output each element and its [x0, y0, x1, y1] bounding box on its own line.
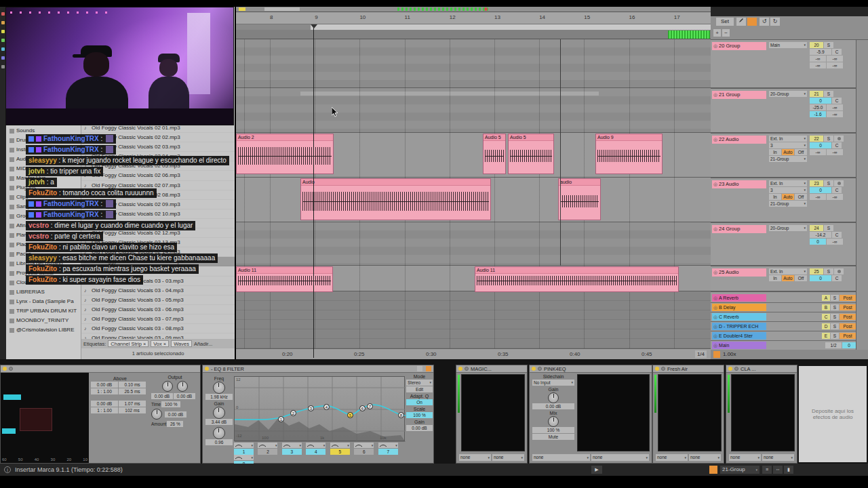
device-on-icon[interactable] [3, 367, 7, 371]
category-icon[interactable] [1, 30, 5, 33]
input-routing-select[interactable]: Ext. In▾ [769, 268, 807, 274]
return-track-row[interactable]: ◎E Doubler4 Ster E S Post [711, 331, 856, 341]
freq-value[interactable]: 1.98 kHz [205, 394, 233, 400]
bar-ruler[interactable]: 891011121314151617 [236, 12, 711, 24]
return-name[interactable]: ◎C Reverb [712, 313, 766, 321]
scale-value[interactable]: 100 % [406, 412, 433, 418]
return-name[interactable]: ◎D - TRIPPER ECH [712, 323, 766, 330]
pencil-icon[interactable] [736, 18, 746, 26]
eq-graph[interactable]: 1 2 3 4 5 6 7 8 12 0 -12 1 [234, 376, 405, 441]
monitor-auto-button[interactable]: Auto [782, 194, 794, 200]
plugin-window-icon[interactable] [661, 367, 665, 371]
category-icon[interactable] [1, 56, 5, 60]
chat-username[interactable]: FathounKingTRX [43, 146, 99, 153]
plugin-screen[interactable] [658, 374, 722, 451]
volume-value[interactable]: 0 [810, 98, 831, 104]
eq-band-node[interactable]: 7 [367, 403, 373, 409]
send-a-value[interactable]: -25.0 [810, 104, 826, 110]
volume-value[interactable]: -14.2 [810, 232, 831, 238]
track-name[interactable]: ◎23 Audio [712, 180, 766, 188]
unfold-icon[interactable]: ◎ [713, 42, 717, 50]
return-lanes[interactable] [236, 291, 711, 348]
solo-button[interactable]: S [831, 323, 839, 329]
arm-button[interactable] [834, 180, 844, 186]
eq-band-node[interactable]: 1 [278, 416, 284, 422]
back-to-arrangement-icon[interactable]: ↺ [760, 18, 769, 26]
cue-out-select[interactable]: 1/2 [825, 342, 842, 348]
sidebar-item[interactable]: TRIP URBAN DRUM KIT [6, 306, 81, 316]
return-activator[interactable]: C [822, 314, 830, 320]
sidechain-label[interactable]: Sidechain [532, 374, 574, 379]
playhead-marker[interactable] [311, 24, 317, 28]
mode-select[interactable]: Stereo▾ [406, 380, 433, 386]
chat-username[interactable]: FathounKingTRX [43, 211, 99, 218]
chat-username[interactable]: FokuZito [28, 189, 57, 197]
output-routing-select[interactable]: 20-Group▾ [769, 225, 807, 231]
sidebar-item[interactable]: LIBRERIAS [6, 287, 81, 297]
device-on-icon[interactable] [728, 367, 732, 371]
send-a-value[interactable]: -∞ [810, 194, 826, 200]
track-header-20-group[interactable]: ◎20 Group Main▾ 20S -5.9C -∞-∞ -∞-∞ [711, 40, 856, 89]
solo-button[interactable]: S [824, 180, 833, 186]
return-track-row[interactable]: ◎B Delay B S Post [711, 303, 856, 312]
post-toggle[interactable]: Post [840, 314, 856, 320]
track-activator[interactable]: 20 [810, 42, 823, 48]
mix-knob[interactable] [548, 416, 559, 427]
pan-value[interactable]: C [832, 49, 842, 55]
highlight-icon[interactable] [709, 466, 717, 474]
input-channel-select[interactable]: 3▾ [769, 142, 807, 148]
edit-button[interactable]: Edit [406, 386, 433, 392]
audio-clip[interactable]: Audio 9 [595, 134, 663, 174]
track-activator[interactable]: 24 [810, 225, 823, 231]
device-title-bar[interactable]: - EQ 8 FILTER [203, 365, 433, 373]
eq-band-node[interactable]: 2 [290, 410, 296, 416]
file-row[interactable]: ♪Old Foggy Classic Vocals 03 - 07.mp3 [81, 314, 235, 324]
return-track-row[interactable]: ◎C Reverb C S Post [711, 312, 856, 322]
quantize-icon[interactable] [713, 351, 720, 358]
monitor-off-button[interactable]: Off [795, 194, 807, 200]
tag-chip[interactable]: Channel Strip × [108, 340, 149, 347]
track-name[interactable]: ◎22 Audio [712, 136, 766, 144]
input-routing-select[interactable]: Ext. In▾ [769, 136, 807, 142]
audio-clip[interactable]: Audio 11 [236, 266, 333, 292]
post-toggle[interactable]: Post [840, 295, 856, 301]
audio-clip[interactable]: Audio [300, 178, 491, 220]
solo-button[interactable]: S [831, 295, 839, 301]
audio-clip[interactable]: Audio 5 [483, 134, 506, 174]
return-activator[interactable]: D [822, 323, 830, 329]
q-value[interactable]: 0.96 [205, 439, 233, 445]
solo-button[interactable]: S [831, 333, 839, 339]
file-row[interactable]: ♪Old Foggy Classic Vocals 03 - 06.mp3 [81, 305, 235, 314]
attack-value[interactable]: 1.07 ms [119, 401, 146, 407]
output-value[interactable]: 0.00 dB [174, 393, 195, 399]
tag-chip[interactable]: Vox × [151, 340, 169, 347]
device-title-bar[interactable]: CLA ... [726, 365, 797, 373]
output-gain-value[interactable]: 0.00 dB [406, 425, 433, 431]
band-toggle[interactable]: 2 [258, 449, 277, 455]
chat-username[interactable]: vcstro [28, 232, 49, 240]
zoom-in-button[interactable]: + [713, 29, 721, 37]
filter-type-select[interactable]: ▾ [258, 443, 277, 448]
audio-clip[interactable]: Audio 5 [508, 134, 554, 174]
pan-value[interactable]: C [832, 232, 842, 238]
unfold-icon[interactable]: ◎ [713, 91, 717, 99]
solo-button[interactable]: S [831, 304, 839, 310]
device-on-icon[interactable] [532, 367, 536, 371]
pan-value[interactable]: C [832, 142, 842, 148]
audio-clip[interactable]: Audio 11 [475, 266, 679, 292]
volume-value[interactable]: -5.9 [810, 49, 831, 55]
multiband-display[interactable]: 605040302010 [1, 373, 89, 463]
ratio-value[interactable]: 1 : 1.00 [91, 407, 118, 413]
monitor-in-button[interactable]: In [769, 149, 781, 155]
chat-username[interactable]: FathounKingTRX [43, 200, 99, 207]
track-activator[interactable]: 23 [810, 180, 823, 186]
solo-button[interactable]: S [824, 136, 833, 142]
post-toggle[interactable]: Post [840, 333, 856, 339]
monitor-off-button[interactable]: Off [795, 149, 807, 155]
sidechain-input-select[interactable]: No Input▾ [532, 380, 574, 386]
chat-username[interactable]: FokuZito [28, 243, 57, 251]
return-activator[interactable]: B [822, 304, 830, 310]
loop-region[interactable] [311, 24, 711, 30]
band-toggle[interactable]: 6 [354, 449, 374, 455]
device-drop-zone[interactable]: Deposite aquí losefectos de audio [799, 366, 867, 462]
